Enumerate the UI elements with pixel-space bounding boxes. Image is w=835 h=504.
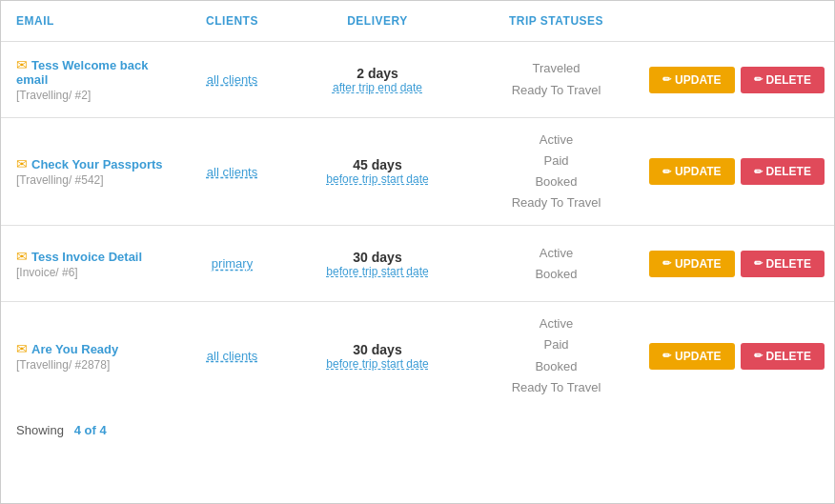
trip-status-cell-2: ActiveBooked [473,232,640,296]
trip-status-item: Booked [482,264,630,285]
delivery-days: 30 days [292,342,463,357]
pencil-icon: ✏ [662,73,671,86]
email-name: Are You Ready [31,342,118,356]
email-icon: ✉ [16,57,28,72]
email-name: Tess Invoice Detail [31,250,142,264]
table-row: ✉Are You Ready [Travelling/ #2878] all c… [1,302,834,409]
email-tag: [Travelling/ #2878] [16,358,173,372]
trip-status-item: Paid [482,334,630,355]
email-icon: ✉ [16,156,28,171]
trip-status-item: Booked [482,356,630,377]
clients-cell-1: all clients [182,153,282,191]
clients-cell-2: primary [182,245,282,282]
delete-label: DELETE [766,165,811,178]
clients-value[interactable]: all clients [207,165,257,179]
delivery-days: 2 days [292,66,463,81]
trip-status-item: Traveled [482,58,630,79]
email-tag: [Invoice/ #6] [16,266,173,279]
update-label: UPDATE [675,257,721,271]
trip-status-cell-3: ActivePaidBookedReady To Travel [473,302,640,409]
clients-value[interactable]: all clients [207,349,257,363]
update-button[interactable]: ✏ UPDATE [649,67,734,93]
col-header-clients: CLIENTS [182,1,282,41]
email-name: Tess Welcome back email [16,58,148,87]
email-cell-3: ✉Are You Ready [Travelling/ #2878] [1,330,182,383]
email-cell-2: ✉Tess Invoice Detail [Invoice/ #6] [1,237,182,291]
clients-cell-0: all clients [182,61,282,98]
trip-statuses-list: ActivePaidBookedReady To Travel [482,313,630,397]
delete-button[interactable]: ✏ DELETE [741,67,825,93]
table-body: ✉Tess Welcome back email [Travelling/ #2… [1,42,834,410]
table-footer: Showing 4 of 4 [1,410,834,451]
col-header-trip-statuses: TRIP STATUSES [473,1,640,41]
clients-value[interactable]: all clients [207,72,257,87]
pencil-icon: ✏ [662,350,671,362]
col-header-delivery: DELIVERY [282,1,473,41]
trip-statuses-list: ActivePaidBookedReady To Travel [482,130,630,213]
trip-status-item: Paid [482,151,630,171]
pencil-icon: ✏ [662,166,671,178]
delete-label: DELETE [766,350,811,363]
trip-status-item: Ready To Travel [482,80,630,101]
email-icon: ✉ [16,341,28,356]
email-name: Check Your Passports [31,157,163,171]
table-row: ✉Check Your Passports [Travelling/ #542]… [1,118,834,226]
actions-cell-3: ✏ UPDATE ✏ DELETE [640,335,834,377]
delivery-when: before trip start date [292,265,463,278]
edit-icon: ✏ [754,166,763,178]
update-button[interactable]: ✏ UPDATE [649,343,734,370]
table-header: EMAIL CLIENTS DELIVERY TRIP STATUSES [1,1,834,42]
delivery-when: before trip start date [292,172,463,186]
email-tag: [Travelling/ #2] [16,89,173,102]
trip-status-item: Active [482,313,630,334]
update-label: UPDATE [675,165,721,178]
delete-button[interactable]: ✏ DELETE [741,158,825,185]
showing-count: 4 of 4 [74,423,107,437]
delivery-cell-3: 30 days before trip start date [282,331,473,382]
delete-button[interactable]: ✏ DELETE [741,343,825,370]
email-cell-1: ✉Check Your Passports [Travelling/ #542] [1,145,182,198]
email-table: EMAIL CLIENTS DELIVERY TRIP STATUSES ✉Te… [0,0,835,504]
col-header-actions [640,1,834,41]
actions-cell-0: ✏ UPDATE ✏ DELETE [640,59,834,101]
edit-icon: ✏ [754,73,763,86]
actions-cell-2: ✏ UPDATE ✏ DELETE [640,243,834,285]
update-button[interactable]: ✏ UPDATE [649,251,734,277]
email-tag: [Travelling/ #542] [16,173,173,187]
delete-label: DELETE [766,73,811,87]
table-row: ✉Tess Welcome back email [Travelling/ #2… [1,42,834,118]
trip-status-item: Booked [482,171,630,192]
edit-icon: ✏ [754,350,763,362]
showing-label: Showing [16,423,64,437]
col-header-email: EMAIL [1,1,182,41]
trip-status-cell-0: TraveledReady To Travel [473,47,640,111]
trip-status-item: Ready To Travel [482,192,630,213]
delete-button[interactable]: ✏ DELETE [741,251,825,277]
trip-statuses-list: ActiveBooked [482,243,630,285]
trip-status-cell-1: ActivePaidBookedReady To Travel [473,118,640,225]
delete-label: DELETE [766,257,811,271]
delivery-cell-2: 30 days before trip start date [282,238,473,290]
email-icon: ✉ [16,249,28,264]
clients-cell-3: all clients [182,337,282,374]
email-cell-0: ✉Tess Welcome back email [Travelling/ #2… [1,46,182,113]
update-button[interactable]: ✏ UPDATE [649,158,734,185]
trip-statuses-list: TraveledReady To Travel [482,58,630,100]
delivery-when: after trip end date [292,81,463,94]
trip-status-item: Ready To Travel [482,377,630,398]
delivery-days: 30 days [292,250,463,265]
table-row: ✉Tess Invoice Detail [Invoice/ #6] prima… [1,226,834,302]
trip-status-item: Active [482,243,630,264]
delivery-days: 45 days [292,157,463,172]
clients-value[interactable]: primary [212,256,253,271]
pencil-icon: ✏ [662,257,671,270]
delivery-cell-1: 45 days before trip start date [282,146,473,197]
update-label: UPDATE [675,73,721,87]
trip-status-item: Active [482,130,630,151]
delivery-cell-0: 2 days after trip end date [282,54,473,106]
delivery-when: before trip start date [292,357,463,371]
edit-icon: ✏ [754,257,763,270]
actions-cell-1: ✏ UPDATE ✏ DELETE [640,151,834,192]
update-label: UPDATE [675,350,721,363]
